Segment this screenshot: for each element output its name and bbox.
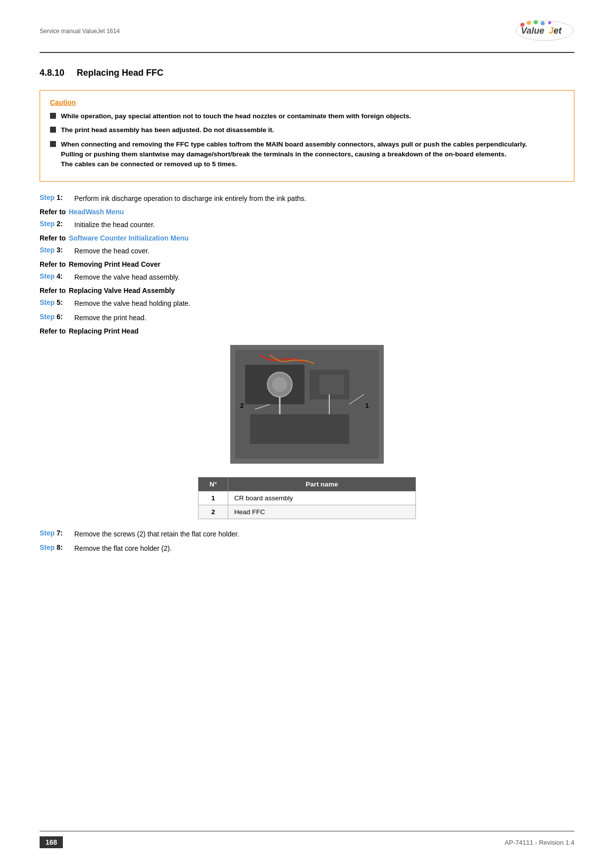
- caution-list: While operation, pay special attention n…: [50, 111, 564, 169]
- refer-text-valve-head: Replacing Valve Head Assembly: [69, 287, 175, 294]
- parts-table: N° Part name 1 CR board assembly 2 Head …: [198, 477, 416, 519]
- step-word-5: Step: [40, 298, 54, 306]
- logo-area: Value J et: [515, 20, 574, 42]
- table-row-2: 2 Head FFC: [199, 505, 416, 519]
- table-cell-num-1: 1: [199, 491, 228, 505]
- section-number: 4.8.10: [40, 68, 64, 78]
- step-label-2: Step 2:: [40, 220, 74, 228]
- caution-item-1: While operation, pay special attention n…: [50, 111, 564, 121]
- refer-prefix-5: Refer to: [40, 327, 66, 335]
- step-text-1: Perform ink discharge operation to disch…: [74, 193, 574, 204]
- bullet-icon-1: [50, 113, 56, 119]
- bullet-icon-2: [50, 127, 56, 133]
- refer-row-2: Refer to Software Counter Initialization…: [40, 234, 574, 242]
- page-footer: 168 AP-74111 - Revision 1.4: [40, 831, 574, 848]
- refer-prefix-1: Refer to: [40, 208, 66, 216]
- step-text-4: Remove the valve head assembly.: [74, 272, 574, 283]
- image-label-1: 1: [365, 401, 369, 409]
- table-cell-num-2: 2: [199, 505, 228, 519]
- refer-row-1: Refer to HeadWash Menu: [40, 208, 574, 216]
- step-row-4: Step 4: Remove the valve head assembly.: [40, 272, 574, 283]
- section-heading: 4.8.10 Replacing Head FFC: [40, 68, 574, 78]
- caution-title: Caution: [50, 98, 564, 106]
- step-num-1: 1:: [56, 193, 62, 201]
- step-text-6: Remove the print head.: [74, 313, 574, 323]
- valuejet-logo: Value J et: [515, 20, 574, 42]
- image-wrapper: 2 1: [230, 345, 384, 465]
- step-row-1: Step 1: Perform ink discharge operation …: [40, 193, 574, 204]
- step-word-8: Step: [40, 543, 54, 551]
- step-word-3: Step: [40, 246, 54, 254]
- refer-text-removing-head-cover: Removing Print Head Cover: [69, 260, 160, 268]
- caution-box: Caution While operation, pay special att…: [40, 90, 574, 182]
- table-header-number: N°: [199, 478, 228, 491]
- step-text-8: Remove the flat core holder (2).: [74, 543, 574, 554]
- page-header: Service manual ValueJet 1614 Value J et: [40, 20, 574, 42]
- refer-row-5: Refer to Replacing Print Head: [40, 327, 574, 335]
- table-row-1: 1 CR board assembly: [199, 491, 416, 505]
- bullet-icon-3: [50, 141, 56, 147]
- section-title: Replacing Head FFC: [77, 68, 163, 78]
- parts-table-container: N° Part name 1 CR board assembly 2 Head …: [40, 477, 574, 519]
- svg-text:et: et: [554, 26, 562, 36]
- step-word-2: Step: [40, 220, 54, 228]
- caution-text-1: While operation, pay special attention n…: [61, 111, 411, 121]
- svg-point-4: [520, 23, 524, 27]
- step-row-2: Step 2: Initialize the head counter.: [40, 220, 574, 230]
- table-header-part-name: Part name: [228, 478, 416, 491]
- caution-item-2: The print head assembly has been adjuste…: [50, 125, 564, 135]
- step-num-3: 3:: [56, 246, 62, 254]
- refer-prefix-2: Refer to: [40, 234, 66, 242]
- step-label-8: Step 8:: [40, 543, 74, 551]
- svg-point-15: [272, 377, 287, 392]
- image-label-2: 2: [240, 401, 244, 409]
- svg-point-5: [527, 21, 531, 25]
- svg-text:Value: Value: [521, 26, 544, 36]
- svg-point-7: [541, 21, 545, 25]
- caution-item-3: When connecting and removing the FFC typ…: [50, 140, 564, 170]
- refer-link-software-counter[interactable]: Software Counter Initialization Menu: [69, 234, 189, 242]
- step-word-6: Step: [40, 313, 54, 321]
- step-row-8: Step 8: Remove the flat core holder (2).: [40, 543, 574, 554]
- svg-point-8: [548, 21, 551, 24]
- step-num-8: 8:: [56, 543, 62, 551]
- header-divider: [40, 52, 574, 53]
- svg-point-6: [534, 20, 538, 24]
- table-cell-part-1: CR board assembly: [228, 491, 416, 505]
- page-number: 168: [40, 836, 63, 848]
- step-row-6: Step 6: Remove the print head.: [40, 313, 574, 323]
- step-num-5: 5:: [56, 298, 62, 306]
- refer-row-3: Refer to Removing Print Head Cover: [40, 260, 574, 268]
- page-container: Service manual ValueJet 1614 Value J et …: [0, 0, 614, 868]
- step-word-4: Step: [40, 272, 54, 280]
- step-word-7: Step: [40, 529, 54, 537]
- step-label-7: Step 7:: [40, 529, 74, 537]
- step-label-5: Step 5:: [40, 298, 74, 306]
- step-text-7: Remove the screws (2) that retain the fl…: [74, 529, 574, 539]
- step-num-4: 4:: [56, 272, 62, 280]
- refer-link-headwash[interactable]: HeadWash Menu: [69, 208, 124, 216]
- table-cell-part-2: Head FFC: [228, 505, 416, 519]
- step-text-2: Initialize the head counter.: [74, 220, 574, 230]
- step-row-3: Step 3: Remove the head cover.: [40, 246, 574, 256]
- revision-text: AP-74111 - Revision 1.4: [505, 839, 574, 846]
- svg-rect-16: [319, 375, 344, 394]
- step-row-7: Step 7: Remove the screws (2) that retai…: [40, 529, 574, 539]
- svg-rect-13: [250, 414, 349, 444]
- refer-row-4: Refer to Replacing Valve Head Assembly: [40, 287, 574, 294]
- step-num-7: 7:: [56, 529, 62, 537]
- step-label-3: Step 3:: [40, 246, 74, 254]
- step-label-4: Step 4:: [40, 272, 74, 280]
- step-label-6: Step 6:: [40, 313, 74, 321]
- image-area: 2 1: [40, 345, 574, 465]
- step-row-5: Step 5: Remove the valve head holding pl…: [40, 298, 574, 309]
- refer-text-replacing-print-head: Replacing Print Head: [69, 327, 139, 335]
- caution-text-3: When connecting and removing the FFC typ…: [61, 140, 527, 170]
- refer-prefix-3: Refer to: [40, 260, 66, 268]
- step-num-6: 6:: [56, 313, 62, 321]
- step-label-1: Step 1:: [40, 193, 74, 201]
- step-text-3: Remove the head cover.: [74, 246, 574, 256]
- header-title: Service manual ValueJet 1614: [40, 28, 120, 35]
- board-image: [230, 345, 384, 464]
- refer-prefix-4: Refer to: [40, 287, 66, 294]
